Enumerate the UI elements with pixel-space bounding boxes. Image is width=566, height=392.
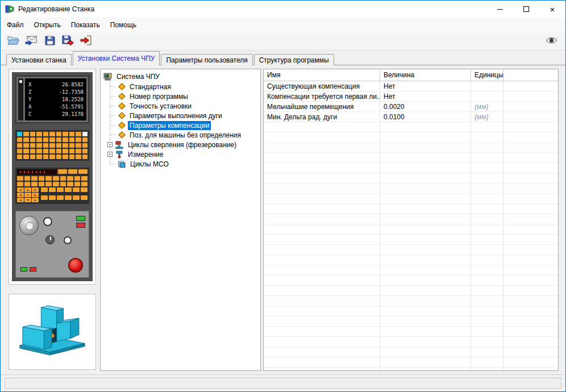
import-button[interactable] <box>23 34 40 49</box>
save-as-button[interactable] <box>60 34 76 49</box>
key <box>82 132 88 136</box>
cell-value <box>380 214 471 224</box>
cell-name <box>264 276 380 286</box>
led-display <box>17 169 57 175</box>
table-row-1[interactable]: Существующая компенсацияНет <box>264 81 558 91</box>
key <box>49 132 55 136</box>
tree-item-1[interactable]: Стандартная <box>107 82 259 91</box>
cell-value <box>380 173 471 184</box>
open-button[interactable] <box>5 34 22 49</box>
key <box>81 187 88 192</box>
cell-unit <box>471 327 503 337</box>
cell-value <box>380 163 471 173</box>
key <box>63 132 68 136</box>
tab-machine-settings[interactable]: Установки станка <box>6 54 72 65</box>
key <box>82 149 88 153</box>
cell-value <box>380 276 471 286</box>
cell-value <box>380 235 471 245</box>
tree-connector <box>110 125 116 126</box>
minimize-icon <box>497 9 503 10</box>
cell-name <box>264 132 380 143</box>
tree-item-4[interactable]: Параметры выполнения дуги <box>107 111 259 120</box>
maximize-button[interactable] <box>513 1 539 18</box>
key <box>76 137 81 142</box>
tree-item-7[interactable]: +Циклы сверления (фрезерование) <box>107 140 259 149</box>
axis-readout: Z-12.7358 <box>28 89 84 96</box>
table-row-2[interactable]: Компенсации требуется первая ли...Нет <box>264 91 558 102</box>
table-row-4[interactable]: Мин. Дельта рад. дуги0.0100(мм) <box>264 112 558 122</box>
key <box>49 195 56 200</box>
key <box>76 143 81 148</box>
minimize-button[interactable] <box>487 1 513 18</box>
table-row-3[interactable]: Мельчайшие перемещения0.0020(мм) <box>264 102 558 112</box>
tree-connector <box>110 96 116 97</box>
close-button[interactable]: × <box>539 1 565 18</box>
tree-item-5[interactable]: Параметры компенсации <box>107 120 259 130</box>
key <box>30 143 35 148</box>
key <box>74 182 81 186</box>
cell-name <box>264 265 380 276</box>
cell-name <box>264 204 380 214</box>
table-row-empty <box>264 265 558 276</box>
tab-cnc-system[interactable]: Установки Система ЧПУ <box>73 51 160 65</box>
key <box>65 187 72 192</box>
table-row-empty <box>264 184 558 194</box>
key <box>56 155 61 159</box>
menu-show[interactable]: Показать <box>66 19 105 31</box>
cell-name <box>264 316 380 327</box>
table-row-empty <box>264 245 558 255</box>
table-row-empty <box>264 316 558 327</box>
menu-help[interactable]: Помощь <box>105 19 142 31</box>
diamond-icon <box>118 122 126 130</box>
tree-root[interactable]: Система ЧПУ <box>103 72 259 82</box>
menu-open[interactable]: Открыть <box>29 19 66 31</box>
tab-program-structure[interactable]: Структура программы <box>254 54 334 65</box>
cell-value <box>380 224 471 235</box>
table-row-empty <box>264 143 558 153</box>
tree-item-6[interactable]: Поз. для машины без определения <box>107 130 259 140</box>
table-row-empty <box>264 132 558 143</box>
cell-value <box>380 337 471 347</box>
red-button-2 <box>30 267 36 272</box>
key <box>49 137 55 142</box>
tree-item-2[interactable]: Номер программы <box>107 91 259 101</box>
key <box>73 195 80 200</box>
cell-name <box>264 296 380 306</box>
key <box>73 187 80 192</box>
cell-name: Компенсации требуется первая ли... <box>264 91 380 102</box>
cell-filler <box>503 173 558 184</box>
tab-user-parameters[interactable]: Параметры пользователя <box>161 54 252 65</box>
tree-item-label: Циклы сверления (фрезерование) <box>126 140 238 149</box>
view-button[interactable] <box>543 34 560 49</box>
key: ▪ <box>24 193 31 197</box>
cell-value <box>380 132 471 143</box>
table-row-empty <box>264 327 558 337</box>
column-header-units[interactable]: Единицы <box>471 69 503 81</box>
expand-plus-icon[interactable]: + <box>107 142 113 147</box>
window-title: Редактирование Станка <box>18 5 94 13</box>
key <box>81 176 88 181</box>
key: ◂ <box>17 198 24 202</box>
content-area: X26.8582Z-12.7358Y18.2528A-51.5791C29.11… <box>1 65 565 374</box>
exit-button[interactable] <box>78 34 94 49</box>
save-button[interactable] <box>41 34 58 49</box>
cell-unit <box>471 265 503 276</box>
menu-file[interactable]: Файл <box>2 19 29 31</box>
table-row-empty <box>264 286 558 296</box>
tree-item-8[interactable]: +Измерение <box>107 149 259 159</box>
tree-item-3[interactable]: Точность установки <box>107 101 259 111</box>
key <box>81 195 88 200</box>
column-header-name[interactable]: Имя <box>264 69 380 81</box>
tree-item-9[interactable]: Циклы MCO <box>107 159 259 169</box>
cell-name <box>264 327 380 337</box>
expand-plus-icon[interactable]: + <box>107 152 113 157</box>
cell-value <box>380 368 471 371</box>
column-header-value[interactable]: Величина <box>380 69 471 81</box>
key <box>17 132 22 136</box>
window-controls: × <box>487 1 565 18</box>
key <box>82 155 88 159</box>
key <box>31 176 38 181</box>
table-row-empty <box>264 235 558 245</box>
cell-filler <box>503 132 558 143</box>
cell-unit <box>471 91 503 102</box>
